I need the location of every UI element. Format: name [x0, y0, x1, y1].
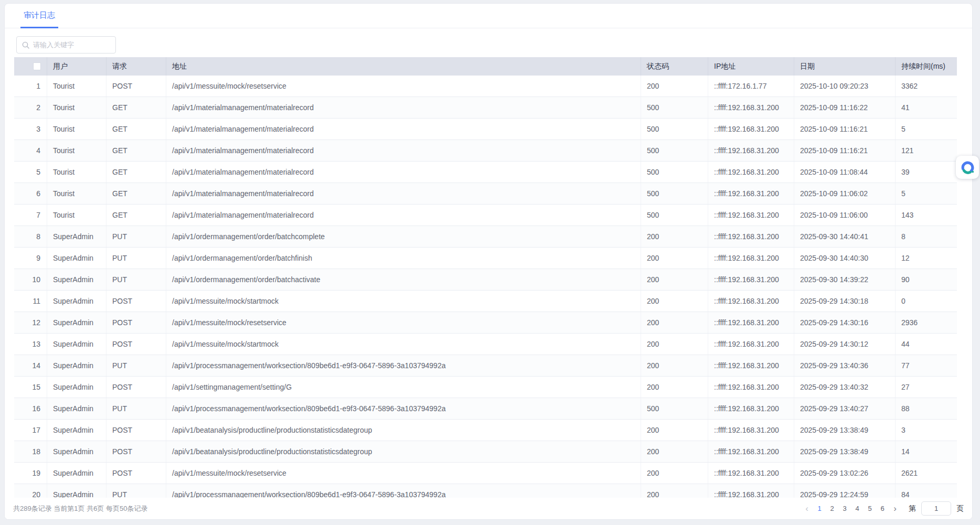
cell-method: POST [106, 291, 166, 312]
prev-page-icon[interactable]: ‹ [801, 502, 813, 516]
table-row[interactable]: 19SuperAdminPOST/api/v1/messuite/mock/re… [14, 463, 957, 484]
cell-url: /api/v1/materialmanagement/materialrecor… [166, 162, 641, 183]
cell-status: 200 [641, 484, 708, 499]
cell-user: SuperAdmin [47, 291, 106, 312]
cell-url: /api/v1/messuite/mock/resetservice [166, 76, 641, 97]
cell-index: 11 [14, 291, 47, 312]
cell-ip: ::ffff:192.168.31.200 [708, 162, 794, 183]
cell-user: Tourist [47, 119, 106, 140]
table-row[interactable]: 12SuperAdminPOST/api/v1/messuite/mock/re… [14, 312, 957, 334]
cell-duration: 5 [896, 119, 957, 140]
cell-url: /api/v1/materialmanagement/materialrecor… [166, 97, 641, 118]
cell-url: /api/v1/ordermanagement/order/batchactiv… [166, 269, 641, 290]
cell-index: 13 [14, 334, 47, 355]
cell-ip: ::ffff:192.168.31.200 [708, 484, 794, 499]
cell-user: Tourist [47, 205, 106, 226]
cell-ip: ::ffff:192.168.31.200 [708, 398, 794, 419]
cell-ip: ::ffff:192.168.31.200 [708, 97, 794, 118]
table-row[interactable]: 18SuperAdminPOST/api/v1/beatanalysis/pro… [14, 441, 957, 463]
header-cell-url: 地址 [166, 57, 641, 76]
cell-duration: 44 [896, 334, 957, 355]
cell-user: Tourist [47, 76, 106, 97]
cell-status: 200 [641, 441, 708, 462]
cell-url: /api/v1/messuite/mock/resetservice [166, 312, 641, 333]
page-button-1[interactable]: 1 [813, 502, 826, 516]
table-row[interactable]: 15SuperAdminPOST/api/v1/settingmanagemen… [14, 377, 957, 398]
cell-duration: 3 [896, 420, 957, 441]
table-row[interactable]: 13SuperAdminPOST/api/v1/messuite/mock/st… [14, 334, 957, 355]
table-row[interactable]: 3TouristGET/api/v1/materialmanagement/ma… [14, 119, 957, 140]
cell-url: /api/v1/materialmanagement/materialrecor… [166, 140, 641, 161]
cell-method: GET [106, 162, 166, 183]
table-row[interactable]: 14SuperAdminPUT/api/v1/processmanagement… [14, 355, 957, 377]
next-page-icon[interactable]: › [889, 502, 901, 516]
table-row[interactable]: 11SuperAdminPOST/api/v1/messuite/mock/st… [14, 291, 957, 312]
cell-method: PUT [106, 269, 166, 290]
header-cell-method: 请求 [106, 57, 166, 76]
cell-date: 2025-09-29 12:24:59 [794, 484, 896, 499]
cell-index: 2 [14, 97, 47, 118]
cell-date: 2025-09-30 14:40:30 [794, 248, 896, 269]
cell-status: 500 [641, 97, 708, 118]
cell-user: SuperAdmin [47, 398, 106, 419]
page-button-2[interactable]: 2 [826, 502, 838, 516]
select-all-checkbox[interactable] [33, 62, 41, 70]
audit-log-table: 用户 请求 地址 状态码 IP地址 日期 持续时间(ms) 1TouristPO… [14, 57, 957, 499]
table-row[interactable]: 10SuperAdminPUT/api/v1/ordermanagement/o… [14, 269, 957, 291]
cell-index: 18 [14, 441, 47, 462]
header-cell-duration: 持续时间(ms) [896, 57, 957, 76]
table-row[interactable]: 17SuperAdminPOST/api/v1/beatanalysis/pro… [14, 420, 957, 441]
cell-url: /api/v1/beatanalysis/productline/product… [166, 441, 641, 462]
table-row[interactable]: 16SuperAdminPUT/api/v1/processmanagement… [14, 398, 957, 420]
cell-method: GET [106, 140, 166, 161]
cell-date: 2025-09-30 14:39:22 [794, 269, 896, 290]
table-row[interactable]: 1TouristPOST/api/v1/messuite/mock/resets… [14, 76, 957, 97]
page-button-4[interactable]: 4 [851, 502, 864, 516]
cell-user: SuperAdmin [47, 269, 106, 290]
cell-user: SuperAdmin [47, 484, 106, 499]
goto-prefix-label: 第 [909, 504, 916, 513]
cell-method: POST [106, 463, 166, 484]
cell-date: 2025-10-09 11:08:44 [794, 162, 896, 183]
page-button-6[interactable]: 6 [876, 502, 889, 516]
cell-duration: 121 [896, 140, 957, 161]
cell-url: /api/v1/processmanagement/worksection/80… [166, 398, 641, 419]
table-row[interactable]: 5TouristGET/api/v1/materialmanagement/ma… [14, 162, 957, 183]
cell-date: 2025-09-29 13:40:27 [794, 398, 896, 419]
search-input[interactable]: 请输入关键字 [16, 36, 116, 53]
cell-status: 200 [641, 420, 708, 441]
table-row[interactable]: 20SuperAdminPUT/api/v1/processmanagement… [14, 484, 957, 499]
cell-status: 200 [641, 269, 708, 290]
cell-duration: 41 [896, 97, 957, 118]
cell-url: /api/v1/materialmanagement/materialrecor… [166, 183, 641, 204]
cell-index: 15 [14, 377, 47, 398]
page-button-5[interactable]: 5 [864, 502, 876, 516]
cell-duration: 12 [896, 248, 957, 269]
pagination: ‹ 123456 › 第 页 [801, 501, 964, 516]
cell-ip: ::ffff:192.168.31.200 [708, 291, 794, 312]
toolbar: 请输入关键字 [16, 36, 116, 53]
cell-method: PUT [106, 398, 166, 419]
search-icon [22, 41, 29, 49]
tab-audit-log[interactable]: 审计日志 [20, 4, 58, 28]
table-row[interactable]: 8SuperAdminPUT/api/v1/ordermanagement/or… [14, 226, 957, 248]
table-row[interactable]: 6TouristGET/api/v1/materialmanagement/ma… [14, 183, 957, 205]
cell-ip: ::ffff:172.16.1.77 [708, 76, 794, 97]
cell-url: /api/v1/ordermanagement/order/batchfinis… [166, 248, 641, 269]
cell-duration: 0 [896, 291, 957, 312]
cell-index: 10 [14, 269, 47, 290]
table-row[interactable]: 9SuperAdminPUT/api/v1/ordermanagement/or… [14, 248, 957, 269]
cell-method: GET [106, 205, 166, 226]
page-button-3[interactable]: 3 [838, 502, 851, 516]
table-row[interactable]: 2TouristGET/api/v1/materialmanagement/ma… [14, 97, 957, 119]
cell-user: Tourist [47, 97, 106, 118]
cell-duration: 5 [896, 183, 957, 204]
cell-index: 9 [14, 248, 47, 269]
table-row[interactable]: 4TouristGET/api/v1/materialmanagement/ma… [14, 140, 957, 162]
cell-date: 2025-09-29 14:30:18 [794, 291, 896, 312]
cell-status: 200 [641, 291, 708, 312]
floating-assistant-button[interactable] [956, 156, 979, 179]
header-cell-status: 状态码 [641, 57, 708, 76]
page-number-input[interactable] [921, 501, 951, 516]
table-row[interactable]: 7TouristGET/api/v1/materialmanagement/ma… [14, 205, 957, 226]
